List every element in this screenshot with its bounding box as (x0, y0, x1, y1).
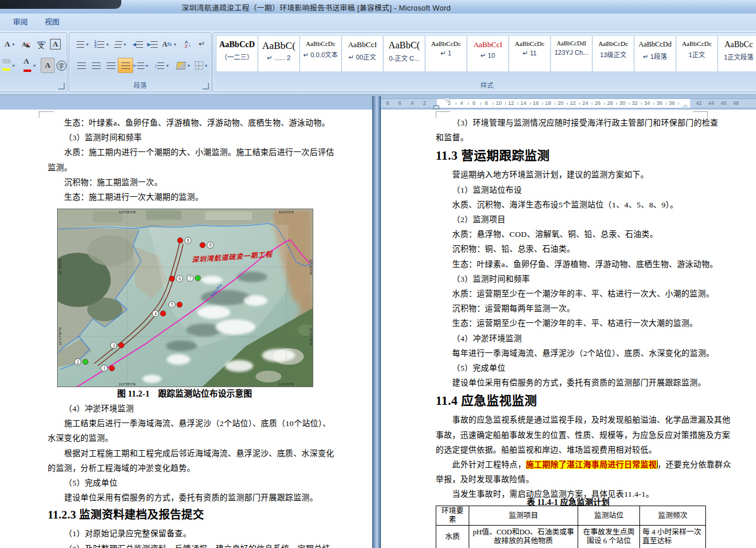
document-text-line[interactable]: （3）监测时间和频率 (64, 131, 142, 143)
document-text-line[interactable]: （1）监测站位布设 (452, 183, 522, 195)
style-card[interactable]: AaBbCcI ↵ 00正文 (341, 35, 383, 72)
table-header-cell: 监测项目 (469, 506, 578, 526)
clear-formatting-button[interactable]: A◣ (18, 37, 34, 52)
document-text-line[interactable]: （4）冲淤环境监测 (452, 332, 522, 344)
document-text-line[interactable]: 沉积物：铜、铅、总汞、石油类。 (452, 242, 575, 254)
document-text-line[interactable]: 举报，及时发现事故险情。 (436, 473, 534, 484)
styles-group-label: 样式 (213, 80, 756, 90)
pane-divider[interactable] (372, 96, 381, 548)
justify-button[interactable] (118, 58, 133, 73)
map-figure[interactable]: 海域分界线 深圳湾航道疏浚一期工程 113°55'0"E114°0'0"E 11… (57, 209, 313, 387)
borders-button[interactable]: ▼ (193, 58, 210, 73)
document-text-line[interactable]: 生态：施工期进行一次大潮期的监测。 (64, 190, 203, 202)
document-text-line[interactable]: 11.4 应急监视监测 (436, 391, 537, 408)
document-text-line[interactable]: （4）冲淤环境监测 (64, 402, 134, 414)
document-text-line[interactable]: 监测。 (48, 161, 72, 173)
shrink-font-button[interactable]: A▼ (2, 37, 18, 52)
first-line-indent-marker[interactable] (445, 98, 450, 105)
document-text-line[interactable]: 营运期纳入地方环境监测计划，建议的监测方案如下。 (452, 168, 649, 180)
document-text-line[interactable]: 水质、沉积物、海洋生态布设5个监测站位（1、4、5、8、9）。 (452, 198, 678, 210)
document-text-line[interactable]: 水质：悬浮物、COD、溶解氧、铜、铅、总汞、石油类。 (452, 227, 658, 239)
document-text-line[interactable]: （3）环境管理与监测情况应随时接受海洋行政主管部门和环保部门的检查 (452, 116, 718, 128)
document-text-line[interactable]: （3）监测时间和频率 (452, 272, 530, 284)
document-text-line[interactable]: 11.3 营运期跟踪监测 (436, 146, 550, 163)
title-bar: 深圳湾航道疏浚工程（一期）环境影响报告书送审稿 [兼容模式] - Microso… (0, 0, 756, 14)
right-indent-marker[interactable] (682, 102, 688, 108)
tab-review[interactable]: 审阅 (5, 16, 36, 29)
document-text-line[interactable]: 水深变化的监测。 (48, 431, 113, 443)
tab-view[interactable]: 视图 (37, 16, 68, 29)
left-indent-marker[interactable] (434, 106, 439, 108)
decrease-indent-button[interactable]: ◀ (130, 37, 145, 52)
style-label: ↵ 00正文 (342, 52, 383, 61)
character-border-button[interactable]: A (48, 37, 63, 52)
style-card[interactable]: AaBbCcD （一二三） (216, 35, 258, 72)
style-card[interactable]: AaBbCcI ↵ 10 (467, 35, 509, 72)
document-text-line[interactable]: 建设单位采用有偿服务的方式，委托有资质的监测部门开展跟踪监测。 (64, 491, 318, 503)
document-text-line[interactable]: 事故，迅速确定船舶事故发生的位置、性质、规模等，为应急反应对策措施及方案 (436, 428, 730, 440)
show-hide-marks-button[interactable]: ↵ (195, 37, 208, 52)
style-card[interactable]: AaBbCcDd ↵ 1段落 (634, 35, 676, 72)
document-text-line[interactable]: 沉积物：运营期每两年监测一次。 (452, 302, 575, 313)
style-card[interactable]: AaBbCcDc 13级正文 (592, 35, 634, 72)
text-highlight-color-button[interactable]: ▼ (0, 58, 19, 73)
style-card[interactable]: AaBbCcDc ↵ 0.0.0文本 (300, 35, 341, 72)
align-right-button[interactable] (103, 58, 118, 73)
phonetic-guide-button[interactable]: wén文 (34, 37, 49, 52)
font-dialog-launcher[interactable] (58, 83, 65, 90)
font-color-button[interactable]: A▼ (19, 58, 41, 73)
style-preview: AaBbCc (718, 40, 756, 49)
multilevel-list-button[interactable]: ▼ (111, 37, 130, 52)
text-boundary-mark (39, 111, 54, 118)
document-text-line[interactable]: 水质：运营期至少在一个潮汐年的丰、平、枯进行一次大、小潮的监测。 (452, 287, 714, 299)
document-text-line[interactable]: 11.2.3 监测资料建档及报告提交 (48, 506, 204, 521)
document-page-right[interactable]: （3）环境管理与监测情况应随时接受海洋行政主管部门和环保部门的检查和监督。11.… (381, 110, 756, 548)
ruler-number: 24 (582, 100, 588, 106)
style-card[interactable]: AaBbCcDdI 123YJ Ch... (551, 35, 592, 72)
document-text-line[interactable]: 施工结束后进行一季海域海流、悬浮泥沙（2个站位）、底质（10个站位）、 (64, 417, 331, 428)
document-text-line[interactable]: （5）完成单位 (64, 476, 118, 488)
document-page-left[interactable]: 生态：叶绿素a、鱼卵仔鱼、浮游植物、浮游动物、底栖生物、游泳动物。（3）监测时间… (0, 110, 372, 548)
document-text-line[interactable]: 的选定提供依据。船舶监视和岸边、堆场监视费用相对较低。 (436, 443, 656, 455)
style-card[interactable]: AaBbCcDc ↵ 11 (509, 35, 551, 72)
word-window: 深圳湾航道疏浚工程（一期）环境影响报告书送审稿 [兼容模式] - Microso… (0, 0, 756, 548)
style-label: 123YJ Ch... (551, 49, 592, 56)
style-card[interactable]: AaBbCcDc ↵ 1 (425, 35, 467, 72)
style-card[interactable]: AaBbC( ↵ ...... 2 (258, 35, 300, 72)
document-text-line[interactable]: 事故的应急监视系统是通过监视手段，及时发现船舶溢油、化学品泄漏及其他 (452, 413, 731, 425)
document-text-line[interactable]: （1）对原始记录应完整保留备查。 (64, 527, 191, 539)
document-text-line[interactable]: （2）监测项目 (452, 213, 506, 225)
style-card[interactable]: AaBbCcDc 1正文 (676, 35, 718, 72)
satellite-map: 海域分界线 深圳湾航道疏浚一期工程 113°55'0"E114°0'0"E 11… (58, 209, 313, 387)
document-text-line[interactable]: 建设单位采用有偿服务的方式，委托有资质的监测部门开展跟踪监测。 (452, 376, 706, 388)
document-text-line[interactable]: 水质：施工期内进行一个潮期的大、小潮监测。施工结束后进行一次后评估 (64, 146, 334, 157)
align-center-button[interactable] (88, 58, 104, 73)
document-text-line[interactable]: 生态：叶绿素a、鱼卵仔鱼、浮游植物、浮游动物、底栖生物、游泳动物。 (452, 258, 718, 269)
document-text-line[interactable]: 生态：叶绿素a、鱼卵仔鱼、浮游植物、浮游动物、底栖生物、游泳动物。 (64, 116, 330, 128)
distribute-button[interactable]: ⇤⇥ (132, 58, 149, 73)
sort-button[interactable]: AZ↓ (180, 37, 196, 52)
style-card[interactable]: AaBbC( 0-正文 C... (383, 35, 425, 72)
line-spacing-button[interactable]: ↕▼ (152, 58, 172, 73)
document-text-line[interactable]: 此外针对工程特点，施工期除了湛江海事局进行日常监视，还要充分依靠群众 (452, 458, 731, 470)
enclose-characters-button[interactable]: 字 (55, 58, 68, 73)
horizontal-ruler[interactable]: 8642246810121416182022242628303234363842… (381, 97, 756, 109)
bullets-button[interactable]: ▼ (74, 37, 92, 52)
numbering-button[interactable]: 123▼ (92, 37, 111, 52)
increase-indent-button[interactable]: ▶ (145, 37, 160, 52)
document-text-line[interactable]: 和监督。 (436, 131, 469, 143)
align-left-button[interactable] (74, 58, 89, 73)
document-text-line[interactable]: （2）及时整理汇总监测资料，反馈通报，建立良好的信息系统，定期总结。 (64, 542, 339, 548)
document-text-line[interactable]: 根据对工程施工期和工程完成后邻近海域海流、悬浮泥沙、底质、水深变化 (64, 447, 334, 458)
document-text-line[interactable]: 的监测，分析工程海域的冲淤变化趋势。 (48, 461, 195, 473)
document-text-line[interactable]: 沉积物：施工期监测一次。 (64, 176, 163, 187)
paragraph-dialog-launcher[interactable] (203, 83, 209, 90)
character-shading-button[interactable]: A (41, 58, 55, 73)
document-text-line[interactable]: 生态：运营期至少在一个潮汐年的丰、平、枯进行一次大潮的监测。 (452, 316, 698, 328)
document-text-line[interactable]: 每年进行一季海域海流、悬浮泥沙（2个站位）、底质、水深变化的监测。 (452, 346, 714, 358)
style-label: ↵ 0.0.0文本 (300, 49, 341, 59)
asian-layout-button[interactable]: A⇆▼ (160, 37, 180, 52)
style-card[interactable]: AaBbCc 1正文段落 (718, 35, 756, 72)
document-text-line[interactable]: （5）完成单位 (452, 361, 506, 373)
shading-button[interactable]: ▼ (174, 58, 193, 73)
